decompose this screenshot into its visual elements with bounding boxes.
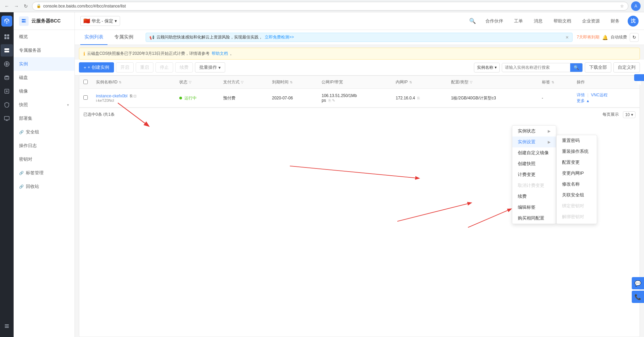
stop-button[interactable]: 停止 <box>155 62 173 73</box>
expire-icon: 🔔 <box>602 35 608 40</box>
search-area: 实例名称 ▾ 🔍 下载全部 自定义列 <box>474 62 640 73</box>
restart-button[interactable]: 重启 <box>136 62 153 73</box>
op-chevron-icon[interactable]: ▲ <box>586 99 590 103</box>
instance-name-link[interactable]: instance-ckefx0bl <box>96 94 128 98</box>
refresh-button[interactable]: ↻ <box>630 33 639 42</box>
security-link-icon: 🔗 <box>19 130 24 134</box>
search-input[interactable] <box>502 63 570 71</box>
sidebar-icon-server[interactable] <box>1 44 13 57</box>
per-page-select[interactable]: 10 ▾ <box>623 111 635 118</box>
nav-enterprise[interactable]: 企业资源 <box>579 17 602 26</box>
row-checkbox[interactable] <box>83 95 88 100</box>
private-ip-sort-icon[interactable]: ⇅ <box>409 80 412 84</box>
nav-item-instance[interactable]: 实例 <box>14 57 75 71</box>
float-chat-button[interactable]: 💬 <box>632 277 644 289</box>
expire-sort-icon[interactable]: ⇅ <box>290 80 293 84</box>
public-ip-copy[interactable]: ⎘ <box>329 98 331 102</box>
op-detail-link[interactable]: 详情 <box>577 93 585 97</box>
nav-item-dedicated[interactable]: 专属服务器 <box>14 44 75 57</box>
nav-item-overview[interactable]: 概览 <box>14 30 75 44</box>
nav-message[interactable]: 消息 <box>531 17 545 26</box>
nav-item-image[interactable]: 镜像 <box>14 84 75 98</box>
forward-button[interactable]: → <box>13 3 20 10</box>
batch-button[interactable]: 批量操作 ▾ <box>195 62 225 73</box>
float-feedback-button[interactable]: 有奖调研 <box>634 74 644 81</box>
nav-item-keypair[interactable]: 密钥对 <box>14 153 75 166</box>
menu-reinstall-os[interactable]: 重装操作系统 <box>557 146 597 157</box>
nav-item-oplog[interactable]: 操作日志 <box>14 139 75 153</box>
tab-instance-list[interactable]: 实例列表 <box>80 30 108 45</box>
notice-link[interactable]: 帮助文档 <box>212 51 228 57</box>
nav-item-snapshot[interactable]: 快照 ▾ <box>14 98 75 112</box>
op-vnc-link[interactable]: VNC远程 <box>591 93 608 97</box>
tab-dedicated-instance[interactable]: 专属实例 <box>110 30 137 45</box>
nav-item-deploy[interactable]: 部署集 <box>14 112 75 125</box>
menu-instance-settings[interactable]: 实例设置 ▶ <box>512 137 556 147</box>
address-bar[interactable]: 🔒 console.bce.baidu.com/bcc/#/bcc/instan… <box>32 2 628 11</box>
search-icon[interactable]: 🔍 <box>468 16 477 26</box>
menu-edit-tags-label: 编辑标签 <box>518 204 535 210</box>
menu-create-snapshot[interactable]: 创建快照 <box>512 158 556 169</box>
copy-icon[interactable]: ⎘ <box>130 94 132 98</box>
menu-rename[interactable]: 修改名称 <box>557 179 597 190</box>
create-instance-button[interactable]: + + 创建实例 <box>79 62 114 73</box>
nav-help[interactable]: 帮助文档 <box>551 17 574 26</box>
sidebar-icon-storage[interactable] <box>1 85 13 97</box>
menu-renew[interactable]: 续费 <box>512 191 556 202</box>
instance-settings-arrow: ▶ <box>548 140 550 144</box>
announcement-link[interactable]: 立即免费检测>> <box>265 34 294 40</box>
tags-cell: - <box>538 89 573 108</box>
nav-item-disk[interactable]: 磁盘 <box>14 71 75 84</box>
nav-item-tags[interactable]: 🔗 标签管理 <box>14 166 75 180</box>
menu-link-security[interactable]: 关联安全组 <box>557 190 597 200</box>
refresh-button[interactable]: ↻ <box>22 3 29 10</box>
browser-profile[interactable]: A <box>631 1 641 11</box>
nav-item-recycle[interactable]: 🔗 回收站 <box>14 180 75 193</box>
nav-finance[interactable]: 财务 <box>608 17 622 26</box>
status-filter-icon[interactable]: ▽ <box>189 80 192 84</box>
menu-edit-tags[interactable]: 编辑标签 <box>512 202 556 213</box>
sidebar-icon-security[interactable] <box>1 99 13 111</box>
select-all-checkbox[interactable] <box>83 80 88 84</box>
payment-filter-icon[interactable]: ▽ <box>241 80 244 84</box>
nav-item-label-overview: 概览 <box>19 34 28 40</box>
sidebar-icon-database[interactable] <box>1 71 13 84</box>
sidebar-icon-network[interactable] <box>1 58 13 70</box>
menu-config-change[interactable]: 配置变更 <box>557 157 597 168</box>
back-button[interactable]: ← <box>3 3 10 10</box>
region-selector[interactable]: 🇨🇳 华北 - 保定 ▾ <box>80 16 120 26</box>
announcement-close-icon[interactable]: ✕ <box>565 35 569 40</box>
menu-buy-same[interactable]: 购买相同配置 <box>512 213 556 224</box>
menu-change-private-ip[interactable]: 变更内网IP <box>557 168 597 179</box>
private-ip-copy[interactable]: ⎘ <box>417 96 420 100</box>
float-phone-button[interactable]: 📞 <box>632 291 644 303</box>
custom-col-button[interactable]: 自定义列 <box>613 62 640 73</box>
nav-item-security[interactable]: 🔗 安全组 <box>14 125 75 139</box>
user-avatar[interactable]: 沈 <box>628 16 639 27</box>
bookmark-icon[interactable]: ☆ <box>620 4 624 9</box>
renew-button[interactable]: 续费 <box>175 62 193 73</box>
config-filter-icon[interactable]: ▽ <box>470 80 473 84</box>
search-submit-button[interactable]: 🔍 <box>570 63 582 72</box>
sidebar-icon-menu[interactable] <box>1 320 13 332</box>
menu-billing-change[interactable]: 计费变更 <box>512 169 556 180</box>
name-sort-icon[interactable]: ⇅ <box>119 80 121 84</box>
menu-create-snapshot-label: 创建快照 <box>518 161 535 167</box>
sidebar-icon-monitor[interactable] <box>1 112 13 125</box>
download-button[interactable]: 下载全部 <box>585 62 611 73</box>
tags-sort-icon[interactable]: ⇅ <box>551 80 554 84</box>
menu-create-image[interactable]: 创建自定义镜像 <box>512 147 556 158</box>
menu-reset-password[interactable]: 重置密码 <box>557 135 597 146</box>
start-button[interactable]: 开启 <box>116 62 134 73</box>
svg-point-6 <box>8 49 9 50</box>
nav-ticket[interactable]: 工单 <box>511 17 526 26</box>
sidebar-icon-grid[interactable] <box>1 31 13 43</box>
menu-instance-status[interactable]: 实例状态 ▶ <box>512 126 556 137</box>
menu-config-change-label: 配置变更 <box>562 159 580 165</box>
nav-partner[interactable]: 合作伙伴 <box>483 17 506 26</box>
search-type-select[interactable]: 实例名称 ▾ <box>474 63 500 73</box>
op-more-link[interactable]: 更多 <box>577 98 585 103</box>
public-ip-edit[interactable]: ✎ <box>332 98 335 102</box>
svg-point-17 <box>25 19 26 20</box>
qr-icon[interactable]: ⊡ <box>133 94 136 98</box>
